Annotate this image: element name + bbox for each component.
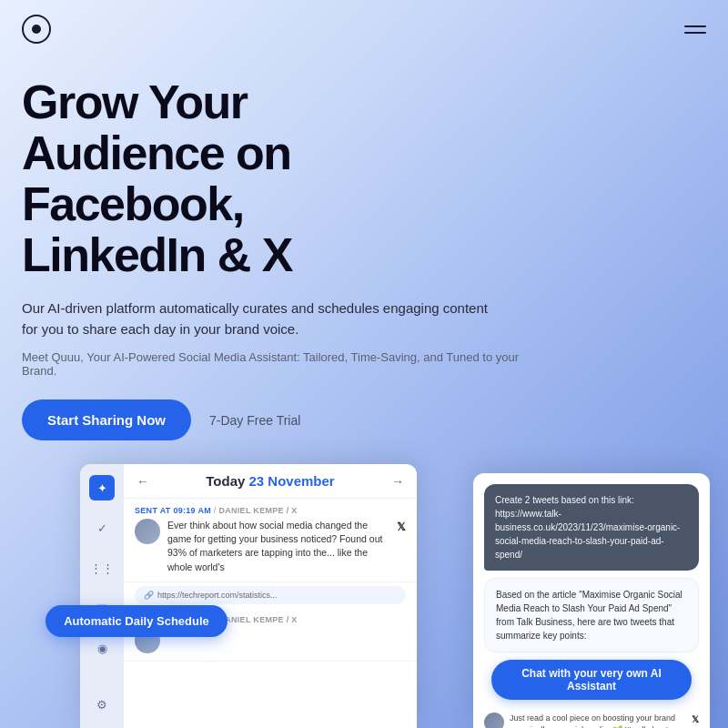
hero-description: Our AI-driven platform automatically cur… (22, 298, 495, 340)
trial-label: 7-Day Free Trial (209, 413, 300, 428)
chat-panel: Create 2 tweets based on this link: http… (473, 473, 710, 728)
preview-area: ✦ ✓ ⋮⋮ ▦ ◉ ⚙ ← Today 23 November → (0, 464, 728, 728)
feed-meta-1: SENT AT 09:19 AM / DANIEL KEMPE / X (135, 506, 406, 515)
schedule-badge: Automatic Daily Schedule (46, 605, 228, 637)
x-platform-icon: 𝕏 (397, 521, 406, 533)
next-arrow[interactable]: → (391, 474, 404, 489)
chat-response-bubble: Based on the article "Maximise Organic S… (484, 578, 699, 652)
chat-feed-item: Just read a cool piece on boosting your … (473, 707, 710, 728)
sidebar-icon-grid[interactable]: ⋮⋮ (89, 555, 115, 581)
sidebar-icon-settings[interactable]: ⚙ (89, 692, 115, 717)
logo[interactable] (22, 15, 51, 44)
date-label: Today 23 November (206, 473, 334, 489)
app-main-content: ← Today 23 November → SENT AT 09:19 AM /… (124, 464, 417, 728)
feed-item-1: SENT AT 09:19 AM / DANIEL KEMPE / X Ever… (124, 499, 417, 582)
chat-x-icon: 𝕏 (692, 714, 699, 724)
chat-feed-text: Just read a cool piece on boosting your … (510, 713, 686, 728)
url-bar: 🔗 https://techreport.com/statistics... (135, 586, 406, 604)
feed-text-1: Ever think about how social media change… (167, 519, 389, 574)
chat-prompt-bubble: Create 2 tweets based on this link: http… (484, 484, 699, 571)
sidebar-icon-check[interactable]: ✓ (89, 515, 115, 541)
sidebar-icon-move[interactable]: ✦ (89, 475, 115, 500)
hero-headline: Grow Your Audience on Facebook, LinkedIn… (22, 76, 706, 281)
sidebar-icon-user[interactable]: ◉ (89, 635, 115, 661)
navbar (0, 0, 728, 58)
app-date-header: ← Today 23 November → (124, 464, 417, 499)
app-window: ✦ ✓ ⋮⋮ ▦ ◉ ⚙ ← Today 23 November → (80, 464, 417, 728)
app-sidebar: ✦ ✓ ⋮⋮ ▦ ◉ ⚙ (80, 464, 124, 728)
chat-avatar (484, 713, 504, 728)
cta-row: Start Sharing Now 7-Day Free Trial (22, 399, 706, 440)
feed-avatar-1 (135, 519, 160, 544)
start-sharing-button[interactable]: Start Sharing Now (22, 399, 191, 440)
chat-ai-badge[interactable]: Chat with your very own AI Assistant (491, 660, 692, 700)
prev-arrow[interactable]: ← (136, 474, 149, 489)
hero-section: Grow Your Audience on Facebook, LinkedIn… (0, 58, 728, 440)
hero-subtitle: Meet Quuu, Your AI-Powered Social Media … (22, 350, 550, 378)
menu-button[interactable] (684, 25, 706, 34)
